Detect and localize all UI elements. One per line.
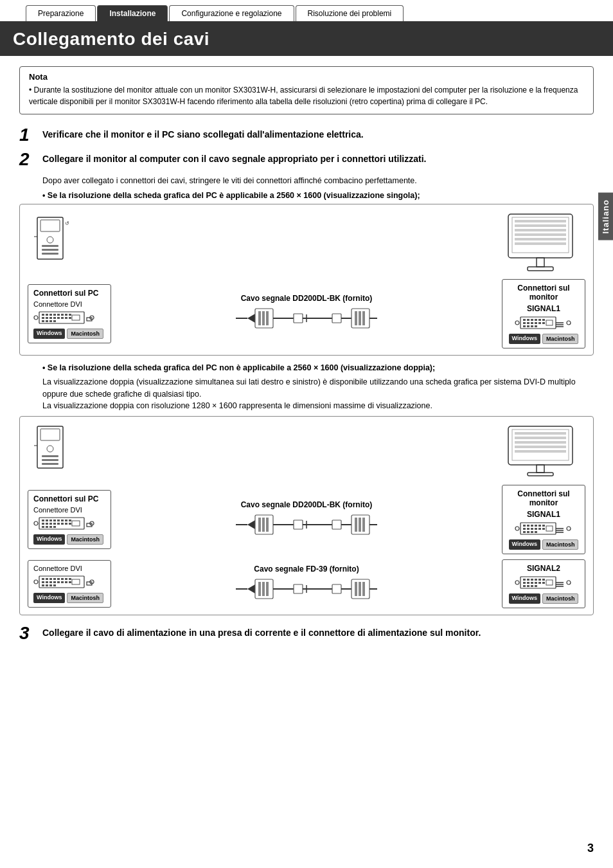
dvi-connector-svg2b — [33, 574, 94, 590]
step3: 3 Collegare il cavo di alimentazione in … — [19, 624, 594, 642]
page-header: Collegamento dei cavi — [0, 23, 613, 56]
step2: 2 Collegare il monitor al computer con i… — [19, 150, 594, 168]
svg-rect-67 — [535, 319, 537, 321]
main-content: Nota • Durante la sostituzione del monit… — [0, 56, 613, 655]
pc-connector-title1: Connettori sul PC — [33, 289, 105, 298]
svg-rect-119 — [42, 526, 44, 528]
svg-rect-159 — [527, 531, 529, 533]
svg-rect-114 — [53, 523, 56, 525]
windows-badge-mon2b: Windows — [509, 593, 540, 604]
svg-rect-79 — [535, 325, 537, 327]
svg-rect-17 — [528, 267, 553, 271]
tab-risoluzione[interactable]: Risoluzione dei problemi — [296, 5, 404, 21]
svg-rect-112 — [46, 523, 48, 525]
svg-rect-13 — [515, 233, 566, 236]
cable-svg1 — [236, 305, 377, 331]
monitor-badge-row2b: Windows Macintosh — [508, 593, 580, 604]
svg-rect-40 — [72, 315, 80, 320]
svg-rect-214 — [531, 579, 533, 581]
tab-configurazione[interactable]: Configurazione e regolazione — [169, 5, 294, 21]
svg-rect-105 — [49, 520, 52, 521]
svg-marker-192 — [247, 584, 255, 593]
svg-rect-85 — [37, 426, 63, 468]
svg-point-84 — [567, 321, 571, 325]
svg-rect-198 — [294, 584, 303, 593]
mac-badge-pc2a: Macintosh — [67, 534, 103, 545]
pc-badge-row2a: Windows Macintosh — [33, 534, 105, 545]
svg-rect-27 — [69, 314, 71, 316]
svg-rect-94 — [515, 432, 566, 435]
svg-rect-122 — [53, 526, 56, 528]
signal2-label2: SIGNAL2 — [508, 564, 580, 573]
step1-number: 1 — [19, 126, 37, 144]
svg-rect-68 — [538, 319, 541, 321]
svg-rect-217 — [542, 579, 545, 581]
svg-rect-195 — [262, 582, 265, 596]
svg-rect-213 — [527, 579, 529, 581]
svg-rect-20 — [42, 314, 44, 316]
pc-dvi-label1: Connettore DVI — [33, 300, 105, 308]
svg-rect-96 — [515, 441, 566, 444]
mac-badge-pc2b: Macintosh — [67, 593, 103, 603]
cable-box2b: Cavo segnale FD-39 (fornito) — [111, 565, 502, 604]
svg-marker-126 — [247, 520, 255, 529]
mac-badge-mon2a: Macintosh — [542, 539, 579, 550]
svg-rect-194 — [258, 582, 261, 596]
svg-rect-175 — [65, 578, 67, 580]
cable-box1: Cavo segnale DD200DL-BK (fornito) — [111, 294, 502, 333]
tab-preparazione[interactable]: Preparazione — [26, 5, 96, 21]
svg-rect-66 — [531, 319, 533, 321]
svg-rect-45 — [258, 311, 261, 325]
svg-rect-181 — [57, 581, 60, 583]
svg-rect-139 — [355, 518, 357, 532]
svg-rect-227 — [535, 585, 537, 587]
svg-marker-43 — [247, 314, 255, 323]
svg-rect-113 — [49, 523, 52, 525]
tab-installazione[interactable]: Installazione — [97, 5, 168, 21]
svg-point-144 — [515, 527, 519, 530]
svg-rect-14 — [515, 238, 566, 240]
svg-rect-182 — [61, 581, 64, 583]
svg-rect-171 — [49, 578, 52, 580]
windows-badge-mon1: Windows — [509, 334, 540, 344]
svg-rect-97 — [515, 446, 566, 448]
svg-rect-72 — [531, 322, 533, 324]
svg-rect-35 — [69, 317, 71, 319]
svg-rect-216 — [538, 579, 541, 581]
svg-rect-65 — [527, 319, 529, 321]
nota-title: Nota — [29, 72, 584, 82]
svg-rect-145 — [520, 523, 556, 534]
svg-rect-205 — [355, 582, 357, 596]
svg-rect-169 — [42, 578, 44, 580]
svg-rect-78 — [531, 325, 533, 327]
monitor-badge-row2a: Windows Macintosh — [508, 539, 580, 550]
monitor-dvi-svg2b — [515, 574, 573, 591]
svg-rect-26 — [65, 314, 67, 316]
diagram1: ↺ Connetto — [19, 204, 594, 356]
svg-rect-202 — [332, 584, 341, 593]
svg-rect-10 — [515, 220, 566, 222]
cable-title2a: Cavo segnale DD200DL-BK (fornito) — [116, 500, 497, 509]
svg-rect-116 — [61, 523, 64, 525]
svg-rect-11 — [515, 224, 566, 227]
svg-rect-49 — [294, 314, 303, 323]
diagram2-row1: Connettori sul PC Connettore DVI — [28, 485, 585, 554]
svg-rect-147 — [527, 525, 529, 527]
svg-rect-109 — [65, 520, 67, 521]
svg-rect-206 — [359, 582, 361, 596]
svg-rect-207 — [362, 582, 365, 596]
svg-rect-155 — [535, 528, 537, 530]
svg-rect-1 — [40, 220, 60, 231]
svg-rect-30 — [49, 317, 52, 319]
svg-rect-103 — [42, 520, 44, 521]
svg-rect-76 — [523, 325, 526, 327]
svg-rect-226 — [531, 585, 533, 587]
svg-rect-104 — [46, 520, 48, 521]
svg-rect-130 — [266, 518, 269, 532]
svg-rect-187 — [49, 584, 52, 586]
svg-rect-25 — [61, 314, 64, 316]
monitor-dvi-svg2a — [515, 520, 573, 537]
svg-rect-141 — [362, 518, 365, 532]
svg-rect-3 — [42, 245, 58, 247]
illus-row2 — [28, 423, 585, 481]
